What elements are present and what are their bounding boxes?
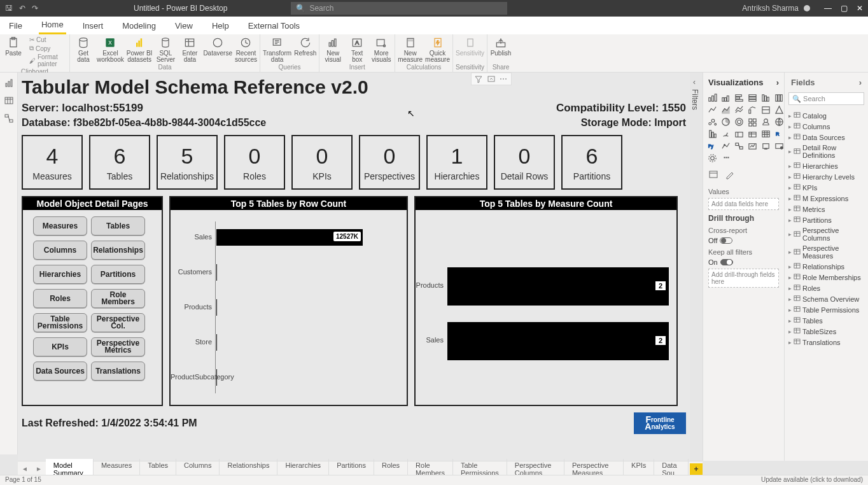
field-table-table-permissions[interactable]: ▸Table Permissions — [786, 304, 867, 315]
link-roles[interactable]: Roles — [33, 289, 87, 308]
field-table-tablesizes[interactable]: ▸TableSizes — [786, 326, 867, 337]
report-view-icon[interactable] — [4, 78, 14, 88]
bar-productsubcategory[interactable] — [216, 369, 217, 386]
card-measures[interactable]: 4Measures — [22, 135, 83, 190]
field-table-translations[interactable]: ▸Translations — [786, 337, 867, 348]
field-table-perspective-columns[interactable]: ▸Perspective Columns — [786, 225, 867, 243]
viz-type-1[interactable] — [720, 92, 731, 102]
link-partitions[interactable]: Partitions — [91, 265, 145, 284]
bar-customers[interactable] — [216, 264, 217, 281]
filters-collapse-icon[interactable]: ‹ — [693, 78, 696, 87]
viz-type-13[interactable] — [720, 116, 731, 127]
filters-pane-collapsed[interactable]: Filters — [690, 89, 699, 110]
chart-measurecount[interactable]: Top 5 Tables by Measure Count Products2S… — [414, 196, 678, 406]
field-table-kpis[interactable]: ▸KPIs — [786, 182, 867, 193]
excel-button[interactable]: XExcel workbook — [97, 36, 124, 63]
field-table-metrics[interactable]: ▸Metrics — [786, 204, 867, 214]
tab-nav-right[interactable]: ► — [32, 465, 46, 472]
new-visual-button[interactable]: New visual — [322, 36, 344, 63]
link-table-permissions[interactable]: Table Permissions — [33, 313, 87, 332]
minimize-icon[interactable]: — — [824, 4, 832, 13]
menu-help[interactable]: Help — [209, 18, 232, 34]
field-table-m-expressions[interactable]: ▸M Expressions — [786, 193, 867, 204]
drill-well[interactable]: Add drill-through fields here — [708, 269, 779, 288]
viz-type-20[interactable] — [734, 129, 744, 139]
menu-external[interactable]: External Tools — [246, 18, 302, 34]
viz-type-12[interactable] — [707, 116, 717, 127]
viz-type-8[interactable] — [734, 104, 744, 115]
pbi-datasets-button[interactable]: Power BI datasets — [127, 36, 153, 63]
user-name[interactable]: Antriksh Sharma — [742, 4, 799, 13]
viz-type-9[interactable] — [747, 104, 757, 115]
bar-products[interactable] — [216, 299, 217, 316]
bar-sales[interactable]: 12527K — [216, 229, 363, 246]
card-tables[interactable]: 6Tables — [89, 135, 150, 190]
link-perspective-col-[interactable]: Perspective Col. — [91, 313, 145, 332]
new-measure-button[interactable]: New measure — [398, 36, 423, 63]
viz-type-26[interactable] — [734, 141, 744, 151]
card-relationships[interactable]: 5Relationships — [157, 135, 218, 190]
viz-type-28[interactable] — [760, 141, 771, 151]
card-perspectives[interactable]: 0Perspectives — [359, 135, 420, 190]
link-tables[interactable]: Tables — [91, 216, 145, 235]
publish-button[interactable]: Publish — [490, 36, 512, 57]
bar-store[interactable] — [216, 334, 217, 351]
field-table-hierarchy-levels[interactable]: ▸Hierarchy Levels — [786, 171, 867, 182]
copy-button[interactable]: ⧉Copy — [27, 44, 67, 53]
link-measures[interactable]: Measures — [33, 216, 87, 235]
viz-type-30[interactable] — [707, 153, 717, 163]
link-kpis[interactable]: KPIs — [33, 337, 87, 356]
card-roles[interactable]: 0Roles — [224, 135, 285, 190]
viz-type-6[interactable] — [707, 104, 717, 115]
card-detail-rows[interactable]: 0Detail Rows — [494, 135, 555, 190]
tab-nav-left[interactable]: ◄ — [18, 465, 32, 472]
menu-insert[interactable]: Insert — [80, 18, 106, 34]
link-hierarchies[interactable]: Hierarchies — [33, 265, 87, 284]
field-table-tables[interactable]: ▸Tables — [786, 315, 867, 326]
update-notice[interactable]: Update available (click to download) — [761, 476, 863, 484]
viz-type-16[interactable] — [760, 116, 771, 127]
values-well[interactable]: Add data fields here — [708, 198, 779, 210]
link-translations[interactable]: Translations — [91, 362, 145, 381]
enter-data-button[interactable]: Enter data — [179, 36, 200, 63]
viz-type-22[interactable] — [760, 129, 771, 139]
format-icon[interactable] — [725, 169, 735, 181]
field-table-partitions[interactable]: ▸Partitions — [786, 214, 867, 225]
cut-button[interactable]: ✂Cut — [27, 36, 67, 44]
filter-icon[interactable] — [474, 74, 483, 83]
viz-type-5[interactable] — [774, 92, 784, 102]
viz-type-18[interactable] — [707, 129, 717, 139]
close-icon[interactable]: ✕ — [857, 4, 863, 13]
viz-type-15[interactable] — [747, 116, 757, 127]
field-table-data-sources[interactable]: ▸Data Sources — [786, 132, 867, 143]
link-perspective-metrics[interactable]: Perspective Metrics — [91, 337, 145, 356]
report-canvas[interactable]: Tabular Model Schema Reference v2.0 Serv… — [18, 73, 690, 461]
menu-home[interactable]: Home — [39, 17, 66, 34]
viz-type-7[interactable] — [720, 104, 731, 115]
field-table-detail-row-definitions[interactable]: ▸Detail Row Definitions — [786, 143, 867, 160]
menu-modeling[interactable]: Modeling — [120, 18, 158, 34]
viz-type-11[interactable] — [774, 104, 784, 115]
field-table-perspective-measures[interactable]: ▸Perspective Measures — [786, 243, 867, 261]
fields-collapse-icon[interactable]: › — [859, 78, 862, 87]
focus-icon[interactable] — [487, 74, 496, 83]
sql-button[interactable]: SQL Server — [155, 36, 176, 63]
viz-collapse-icon[interactable]: › — [776, 78, 779, 87]
viz-type-0[interactable] — [707, 92, 717, 102]
field-table-relationships[interactable]: ▸Relationships — [786, 261, 867, 272]
fields-well-icon[interactable] — [708, 169, 718, 181]
field-table-hierarchies[interactable]: ▸Hierarchies — [786, 160, 867, 171]
field-table-roles[interactable]: ▸Roles — [786, 283, 867, 293]
link-role-members[interactable]: Role Members — [91, 289, 145, 308]
viz-type-25[interactable] — [720, 141, 731, 151]
field-table-catalog[interactable]: ▸Catalog — [786, 110, 867, 121]
viz-type-2[interactable] — [734, 92, 744, 102]
quick-measure-button[interactable]: Quick measure — [425, 36, 450, 63]
viz-type-24[interactable]: Py — [707, 141, 717, 151]
recent-sources-button[interactable]: Recent sources — [235, 36, 257, 63]
card-kpis[interactable]: 0KPIs — [291, 135, 353, 190]
field-table-role-memberships[interactable]: ▸Role Memberships — [786, 272, 867, 283]
viz-type-31[interactable]: ⋯ — [720, 153, 731, 163]
bar-sales[interactable]: 2 — [447, 322, 669, 360]
maximize-icon[interactable]: ▢ — [841, 4, 848, 13]
